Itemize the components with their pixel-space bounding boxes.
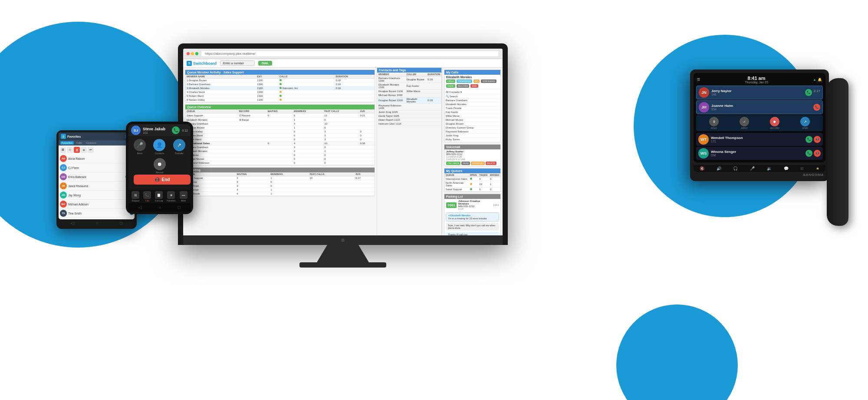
sp-nav-call[interactable]: 📞 Call — [143, 191, 151, 202]
dp-icon-headset[interactable]: 🎧 — [733, 166, 738, 171]
tab-quick-btn-2[interactable]: ☆ — [67, 147, 73, 153]
sp-mute-btn[interactable]: 🎤 — [134, 139, 146, 151]
queue-panel: Queue Member Activity - Sales Support ME… — [185, 69, 375, 102]
table-row: Barbara Grantham 4 10 — [185, 122, 375, 126]
tab-bottom-nav: ◁ ○ □ — [59, 219, 135, 227]
queue-overview-header: Queue Overview — [185, 105, 375, 109]
dp-end-joanne-btn[interactable]: 📞 — [813, 104, 820, 111]
hold-btn[interactable]: HOLD — [446, 79, 455, 83]
tab-contact-alicia: AR Alicia Rabom 📞 — [60, 154, 133, 163]
table-row: ment Booth 4 1 — [185, 192, 375, 196]
voicemail-btn[interactable]: VOICEMAIL — [481, 79, 496, 83]
go-btn[interactable]: GO — [473, 79, 480, 83]
park-btn[interactable]: PARK — [446, 84, 455, 88]
dp-icon-star[interactable]: ★ — [816, 166, 819, 171]
tab-nav-favorites[interactable]: Favorites — [60, 141, 74, 145]
tab-name-alicia: Alicia Rabom — [68, 157, 128, 160]
tab-nav-calls[interactable]: Calls — [75, 141, 83, 145]
dp-icon-mic[interactable]: 🎤 — [750, 166, 755, 171]
sp-calllog-icon: 📋 — [155, 191, 163, 199]
dp-actions-wendell: 📞 📵 — [806, 136, 821, 143]
record-btn[interactable]: RECORD — [457, 84, 470, 88]
sp-record-action: ⏺ Record — [154, 158, 166, 174]
dp-brand: SANGOMA — [694, 172, 825, 178]
dp-end-wendell-btn[interactable]: 📵 — [814, 136, 821, 143]
table-row: Justin King 1025 — [377, 110, 441, 114]
voicemail-content: Jeffrey Keefer 888-555-1212 11/20/15 0:2… — [444, 149, 500, 166]
sp-recents-btn[interactable]: □ — [178, 205, 181, 210]
dp-icon-mute[interactable]: 🔇 — [700, 166, 704, 171]
sp-more-label: More — [181, 199, 186, 202]
callback-btn[interactable]: CALL BACK — [446, 162, 460, 165]
forward-btn[interactable]: FORWARD — [471, 162, 485, 165]
transfer-btn[interactable]: TRANSFER — [457, 79, 472, 83]
list-item: Barbara Grantham — [445, 99, 500, 102]
tab-nav-contacts[interactable]: Contacts — [85, 141, 98, 145]
tab-quick-btn-delete[interactable]: 🗑 — [74, 147, 80, 153]
table-row: J Raynor 3 0 — [185, 180, 375, 184]
sp-end-btn[interactable]: 📵 End — [134, 175, 191, 185]
dial-button[interactable]: DIAL — [258, 61, 272, 66]
sp-end-icon: 📵 — [155, 177, 160, 182]
tab-contact-cj: CJ CJ Fiero 📞 — [60, 163, 133, 172]
table-row: International Sales90 — [444, 177, 500, 181]
sp-transfer-btn[interactable]: ↗ — [173, 139, 185, 151]
sp-home-btn[interactable]: ○ — [158, 205, 161, 210]
tab-quick-btn-5[interactable]: ↩ — [88, 147, 94, 153]
sp-nav-favorites[interactable]: ★ Favorites — [167, 191, 176, 202]
agent-dur: 0:18 — [334, 83, 375, 86]
dp-icon-vol2[interactable]: 🔉 — [767, 166, 772, 171]
dp-call-wendell-btn[interactable]: 📞 — [806, 136, 812, 143]
sp-record-btn[interactable]: ⏺ — [154, 158, 166, 170]
tab-quick-btn-1[interactable]: ⊞ — [60, 147, 66, 153]
tab-home-btn[interactable]: ○ — [95, 221, 98, 225]
delete-btn[interactable]: DELETE — [486, 162, 496, 165]
sp-back-btn[interactable]: ◁ — [138, 205, 142, 210]
sp-header: SJ Steve Jakab 102 📞 0:12 — [128, 124, 191, 136]
dp-end-winona-btn[interactable]: 📵 — [814, 150, 821, 157]
sp-nav-calllog[interactable]: 📋 Call Log — [155, 191, 163, 202]
sp-record-row: ⏺ Record — [128, 157, 191, 175]
tab-quick-btn-4[interactable]: ≡ — [81, 147, 87, 153]
dp-menu-icon: ☰ — [697, 78, 700, 82]
dp-duration-jerry: 2:17 — [813, 89, 820, 96]
agent-name: 6 Steven Holley — [185, 98, 256, 102]
maximize-dot — [195, 52, 198, 55]
browser-dots — [187, 52, 198, 55]
sp-nav-keypad[interactable]: ⊞ Keypad — [132, 191, 139, 202]
end-btn[interactable]: END — [470, 84, 478, 88]
sp-nav-more[interactable]: ••• More — [180, 191, 187, 202]
dp-icon-volume[interactable]: 🔊 — [717, 166, 721, 171]
dp-call-winona-btn[interactable]: 📞 — [806, 150, 812, 157]
browser-url[interactable]: https://abccompany.pbx.realtime/ — [201, 50, 499, 57]
agent-dur — [334, 98, 375, 102]
read-btn[interactable]: READ — [461, 162, 470, 165]
sp-contacts-btn[interactable]: 👤 — [153, 139, 165, 151]
sp-contacts-action: 👤 Contacts — [153, 139, 165, 155]
sb-logo: S Switchboard — [187, 61, 217, 66]
dp-call-jerry-btn[interactable]: 📞 — [805, 89, 812, 96]
agent-ext: 1100 — [256, 79, 278, 83]
tab-logo: S Favorites — [61, 134, 81, 139]
dp-apply-ctrl[interactable]: ✓ APPLY — [740, 117, 749, 129]
my-calls-header: My Calls — [444, 70, 500, 75]
dp-date: Thursday, Jan 25 — [745, 81, 768, 84]
monitor-stand — [317, 245, 369, 262]
dp-icon-grid[interactable]: ⊞ — [800, 166, 804, 171]
dp-record-ctrl[interactable]: ⏺ RECORD — [770, 117, 779, 129]
agent-ext: 1100 — [256, 98, 278, 102]
dial-input[interactable]: Enter a number — [220, 60, 255, 66]
tab-back-btn[interactable]: ◁ — [71, 221, 74, 225]
tab-recents-btn[interactable]: □ — [120, 221, 122, 225]
sp-header-right: 📞 0:12 — [172, 126, 188, 134]
dp-hold-ctrl[interactable]: ⏸ HOLD — [709, 117, 719, 129]
queues-table: QUEUEOPENTAKENMISSED International Sales… — [444, 173, 500, 192]
dp-xfer-ctrl[interactable]: ↗ XFER — [800, 117, 810, 129]
list-item: Directory Custom Group — [445, 126, 500, 130]
tab-body: ⊞ ☆ 🗑 ≡ ↩ AR Alicia Rabom 📞 — [59, 145, 135, 219]
dp-avatar-initials-winona: WS — [698, 148, 709, 159]
table-row: Barbara Grantham 3 0 — [185, 145, 375, 149]
dp-icon-chat[interactable]: 💬 — [784, 166, 789, 171]
sp-calllog-label: Call Log — [155, 199, 163, 202]
sp-caller-info: SJ Steve Jakab 102 — [131, 126, 165, 135]
